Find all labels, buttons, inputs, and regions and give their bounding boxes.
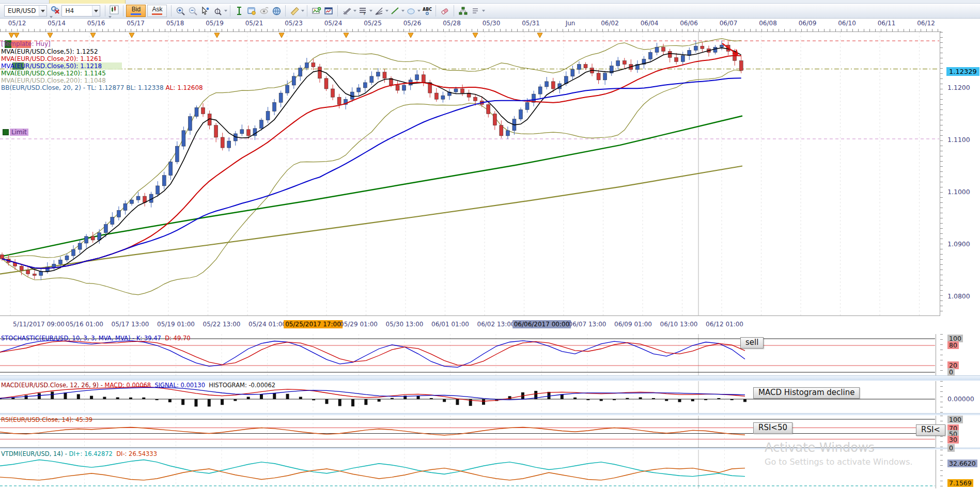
macd-pane[interactable]: MACD(EUR/USD.Close, 12, 26, 9) - MACD: 0…: [0, 381, 936, 413]
vtdmi-pane[interactable]: VTDMI(EUR/USD, 14) - DI+: 16.42872 DI-: …: [0, 450, 936, 488]
hide-view-icon[interactable]: [258, 5, 270, 17]
bottom-axis-label: 06/06/2017 00:00: [512, 320, 571, 328]
pane-splitter[interactable]: [0, 375, 980, 381]
price-chart[interactable]: [Template: Huy] MVA(EUR/USD.Close,5): 1.…: [0, 32, 940, 316]
bottom-axis-label: 06/07 13:00: [567, 320, 608, 328]
legend-row: MVA(EUR/USD.Close,20): 1.1261: [1, 55, 203, 62]
svg-text:ABC: ABC: [423, 7, 432, 12]
bottom-axis-label: 05/22 13:00: [201, 320, 242, 328]
top-date-axis: 05/1205/1405/1605/1705/1805/1905/2105/23…: [0, 19, 941, 29]
bottom-axis-label: 05/24 01:00: [247, 320, 288, 328]
find-rate-icon[interactable]: [211, 5, 224, 17]
chart-window-icon[interactable]: [322, 5, 335, 17]
stochastic-pane[interactable]: STOCHASTIC(EUR/USD, 10, 3, 3, MVA, MVA) …: [0, 334, 936, 375]
angle-icon[interactable]: [372, 5, 385, 17]
top-axis-label: 06/09: [799, 20, 817, 27]
bottom-axis-label: 05/25/2017 17:00: [284, 320, 343, 328]
zoom-pointer-icon[interactable]: [199, 5, 211, 17]
bottom-axis-label: 5/11/2017 09:00: [11, 320, 66, 328]
rsi-header: RSI(EUR/USD.Close, 14): 45.39: [1, 416, 92, 423]
bottom-date-axis: 5/11/2017 09:0005/16 01:0005/17 13:0005/…: [0, 317, 980, 333]
tab-strip[interactable]: [0, 0, 980, 4]
price-axis-ticks: [940, 32, 945, 316]
top-axis-label: 06/11: [878, 20, 896, 27]
timeframe-value: H4: [62, 7, 92, 14]
top-axis-label: 05/16: [87, 20, 105, 27]
top-axis-label: 06/02: [601, 20, 619, 27]
alert-marker-icon: [279, 33, 284, 38]
mva120-line: [0, 116, 742, 257]
ask-button[interactable]: Ask: [147, 5, 167, 17]
alert-marker-icon: [408, 33, 413, 38]
legend-row: MVA(EUR/USD.Close,5): 1.1252: [1, 48, 203, 55]
ruler-icon[interactable]: [288, 5, 301, 17]
dropdown-caret-icon[interactable]: [301, 10, 304, 12]
vertical-cursor-icon[interactable]: [233, 5, 245, 17]
text-label-icon[interactable]: ABC: [421, 5, 433, 17]
web-icon[interactable]: [270, 5, 283, 17]
top-axis-label: 05/24: [324, 20, 343, 27]
top-axis-label: 05/19: [206, 20, 224, 27]
zoom-out-icon[interactable]: [186, 5, 199, 17]
limit-square-icon: [3, 129, 9, 135]
top-axis-label: 05/21: [245, 20, 263, 27]
top-axis-label: 05/26: [403, 20, 422, 27]
bid-button[interactable]: Bid: [126, 5, 146, 17]
fibonacci-icon[interactable]: F: [356, 5, 369, 17]
legend-row: MVA(EUR/USD.Close,120): 1.1145: [1, 70, 203, 77]
trendline-icon[interactable]: [340, 5, 353, 17]
popup-window-icon[interactable]: [245, 5, 258, 17]
vtdmi-scale-label: 32.6620: [947, 460, 977, 467]
alert-marker-icon: [14, 33, 19, 38]
unsubscribe-icon[interactable]: [49, 4, 61, 16]
limit-order-marker[interactable]: Limit: [3, 128, 28, 136]
line-icon[interactable]: [388, 5, 401, 17]
top-axis-label: 05/14: [48, 20, 66, 27]
chart-type-icon[interactable]: [108, 4, 120, 16]
top-axis-label: 05/28: [443, 20, 461, 27]
alert-marker-icon: [129, 33, 134, 38]
add-image-icon[interactable]: [310, 5, 322, 17]
dropdown-caret-icon[interactable]: [482, 10, 485, 12]
active-tab[interactable]: [49, 0, 126, 4]
more-options-icon[interactable]: [469, 5, 481, 17]
stoch-scale-label: 80: [947, 341, 959, 349]
stoch-axis-ticks: [940, 334, 945, 375]
top-axis-label: 05/23: [285, 20, 303, 27]
top-axis-label: 06/08: [759, 20, 777, 27]
top-axis-label: 05/18: [166, 20, 184, 27]
rsi-lt50-annotation[interactable]: RSI<50: [753, 422, 792, 434]
dropdown-caret-icon[interactable]: [50, 16, 53, 18]
macd-scale-label: 0.00000: [947, 395, 974, 403]
rsi-pane[interactable]: RSI(EUR/USD.Close, 14): 45.39 RSI<50 RSI…: [0, 416, 936, 448]
symbol-combo[interactable]: EUR/USD: [4, 5, 47, 17]
top-axis-label: 06/06: [680, 20, 698, 27]
alert-marker-icon: [473, 33, 478, 38]
object-tree-icon[interactable]: [457, 5, 469, 17]
ellipse-icon[interactable]: [405, 5, 417, 17]
dropdown-caret-icon[interactable]: [224, 10, 227, 12]
price-tick-label: 1.1100: [947, 136, 970, 144]
symbol-dropdown-button[interactable]: [39, 6, 46, 16]
bottom-axis-label: 06/01 01:00: [430, 320, 471, 328]
timeframe-combo[interactable]: H4: [61, 5, 100, 17]
legend-row: MVA(EUR/USD.Close,200): 1.1048: [1, 77, 203, 84]
bottom-axis-label: 05/17 13:00: [110, 320, 151, 328]
vtdmi-header: VTDMI(EUR/USD, 14) - DI+: 16.42872 DI-: …: [1, 450, 157, 457]
rsi-scale-label: 0: [947, 444, 955, 452]
chart-window: EUR/USD H4 Bid Ask FABC 05/1205/1405/160…: [0, 0, 980, 490]
alert-marker-icon: [537, 33, 542, 38]
zoom-in-icon[interactable]: [174, 5, 186, 17]
macd-decline-annotation[interactable]: MACD Histogram decline: [753, 387, 860, 399]
rsi-scale-label: 30: [947, 436, 959, 444]
limit-label: Limit: [10, 129, 28, 136]
bottom-axis-label: 05/29 01:00: [338, 320, 379, 328]
eraser-icon[interactable]: [439, 5, 451, 17]
stochastic-header: STOCHASTIC(EUR/USD, 10, 3, 3, MVA, MVA) …: [1, 335, 191, 342]
bottom-axis-label: 06/02 13:00: [476, 320, 517, 328]
rsi-lt-annotation[interactable]: RSI<: [916, 424, 945, 436]
sell-annotation[interactable]: sell: [740, 337, 764, 349]
svg-text:F: F: [364, 12, 366, 16]
timeframe-dropdown-button[interactable]: [92, 6, 100, 16]
dropdown-caret-icon[interactable]: [108, 16, 112, 18]
